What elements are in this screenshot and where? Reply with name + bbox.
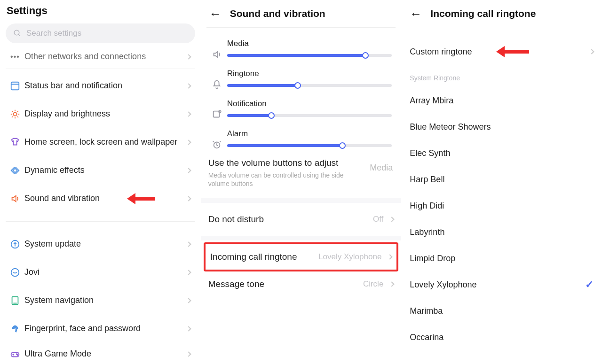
settings-item-home-screen[interactable]: Home screen, lock screen and wallpaper <box>6 128 195 156</box>
jovi-icon <box>6 267 24 278</box>
svg-point-23 <box>219 110 221 113</box>
chevron-right-icon <box>389 281 395 287</box>
volume-row-alarm: Alarm <box>206 124 396 155</box>
settings-item-game-mode[interactable]: Ultra Game Mode <box>6 343 195 364</box>
ringtone-item[interactable]: Marimba <box>407 298 596 324</box>
annotation-arrow-icon <box>127 193 155 204</box>
gamepad-icon <box>6 349 24 359</box>
settings-item-dynamic-effects[interactable]: Dynamic effects <box>6 156 195 185</box>
panel-title: Incoming call ringtone <box>430 8 536 19</box>
svg-point-0 <box>14 30 19 35</box>
ringtone-list: Array MbiraBlue Meteor ShowersElec Synth… <box>407 87 596 350</box>
svg-point-21 <box>17 355 18 356</box>
svg-point-14 <box>11 269 19 277</box>
volume-row-media: Media <box>206 34 396 64</box>
section-label: System Ringtone <box>407 65 596 87</box>
ringtone-item[interactable]: Elec Synth <box>407 140 596 166</box>
panel-header: ← Incoming call ringtone <box>407 0 596 27</box>
svg-rect-2 <box>11 82 19 90</box>
settings-item-system-navigation[interactable]: System navigation <box>6 287 195 315</box>
section-gap <box>201 198 402 203</box>
settings-item-status-bar[interactable]: Status bar and notification <box>6 72 195 100</box>
ringtone-label: Marimba <box>410 306 594 316</box>
ringtone-item[interactable]: Labyrinth <box>407 219 596 245</box>
notification-slider[interactable] <box>227 114 392 117</box>
search-bar[interactable]: Search settings <box>6 23 195 43</box>
ringtone-volume-icon <box>206 79 227 90</box>
settings-item-sound-vibration[interactable]: Sound and vibration <box>6 185 195 213</box>
search-placeholder: Search settings <box>26 29 81 38</box>
ringtone-item[interactable]: High Didi <box>407 193 596 219</box>
statusbar-icon <box>6 81 24 91</box>
brightness-icon <box>6 109 24 119</box>
fingerprint-icon <box>6 324 24 334</box>
svg-line-12 <box>12 116 13 117</box>
ringtone-label: Occarina <box>410 333 594 342</box>
panel-header: ← Sound and vibration <box>206 0 396 27</box>
volume-row-ringtone: Ringtone <box>206 64 396 94</box>
divider <box>6 69 195 69</box>
dynamic-effects-icon <box>6 165 24 176</box>
sound-icon <box>6 194 24 204</box>
section-gap <box>201 236 402 240</box>
annotation-highlight-box: Incoming call ringtone Lovely Xylophone <box>204 242 399 271</box>
back-arrow-icon[interactable]: ← <box>209 7 222 21</box>
do-not-disturb-row[interactable]: Do not disturb Off <box>206 205 396 234</box>
slider-label: Alarm <box>227 129 392 139</box>
ringtone-item[interactable]: Occarina <box>407 324 596 350</box>
tshirt-icon <box>6 137 24 147</box>
ringtone-item[interactable]: Lovely Xylophone✓ <box>407 271 596 298</box>
settings-title: Settings <box>6 0 195 23</box>
check-icon: ✓ <box>585 279 594 291</box>
svg-line-9 <box>12 111 13 112</box>
svg-line-1 <box>18 34 20 36</box>
ringtone-label: Blue Meteor Showers <box>410 122 594 132</box>
back-arrow-icon[interactable]: ← <box>410 7 422 21</box>
alarm-slider[interactable] <box>227 144 392 147</box>
ringtone-label: Labyrinth <box>410 227 594 237</box>
media-volume-icon <box>206 49 227 60</box>
divider <box>6 221 195 222</box>
slider-label: Notification <box>227 99 392 108</box>
settings-item-other-networks[interactable]: ••• Other networks and connections <box>6 48 195 66</box>
svg-line-10 <box>17 116 18 117</box>
settings-item-fingerprint[interactable]: Fingerprint, face and password <box>6 315 195 343</box>
chevron-right-icon <box>389 217 395 222</box>
ringtone-label: Limpid Drop <box>410 254 594 263</box>
slider-label: Media <box>227 39 392 48</box>
ringtone-item[interactable]: Harp Bell <box>407 166 596 193</box>
volume-row-notification: Notification <box>206 94 396 124</box>
custom-ringtone-row[interactable]: Custom ringtone <box>407 39 596 65</box>
notification-volume-icon <box>206 109 227 120</box>
search-icon <box>13 29 22 38</box>
system-nav-icon <box>6 295 24 306</box>
chevron-right-icon <box>388 254 393 259</box>
ringtone-item[interactable]: Blue Meteor Showers <box>407 114 596 140</box>
ringtone-slider[interactable] <box>227 84 392 87</box>
dots-icon: ••• <box>10 53 20 61</box>
incoming-call-ringtone-row[interactable]: Incoming call ringtone Lovely Xylophone <box>208 244 394 270</box>
svg-line-11 <box>17 111 18 112</box>
setting-value: Media <box>370 163 393 173</box>
ringtone-label: Harp Bell <box>410 175 594 185</box>
sound-vibration-panel: ← Sound and vibration Media Ringtone <box>201 0 402 364</box>
ringtone-panel: ← Incoming call ringtone Custom ringtone… <box>401 0 602 364</box>
message-tone-row[interactable]: Message tone Circle <box>206 271 396 297</box>
media-slider[interactable] <box>227 54 392 57</box>
svg-point-4 <box>13 112 16 116</box>
divider <box>206 27 396 28</box>
volume-buttons-setting[interactable]: Use the volume buttons to adjust Media v… <box>206 155 396 196</box>
update-icon <box>6 239 24 249</box>
settings-item-display[interactable]: Display and brightness <box>6 100 195 128</box>
panel-title: Sound and vibration <box>230 8 325 19</box>
settings-item-system-update[interactable]: System update <box>6 230 195 258</box>
annotation-arrow-icon <box>496 46 529 57</box>
settings-item-jovi[interactable]: Jovi <box>6 258 195 287</box>
ringtone-label: Array Mbira <box>410 96 594 106</box>
alarm-volume-icon <box>206 139 227 150</box>
slider-label: Ringtone <box>227 69 392 78</box>
ringtone-label: Lovely Xylophone <box>410 280 585 290</box>
ringtone-item[interactable]: Limpid Drop <box>407 245 596 271</box>
ringtone-label: High Didi <box>410 201 594 211</box>
ringtone-item[interactable]: Array Mbira <box>407 87 596 114</box>
